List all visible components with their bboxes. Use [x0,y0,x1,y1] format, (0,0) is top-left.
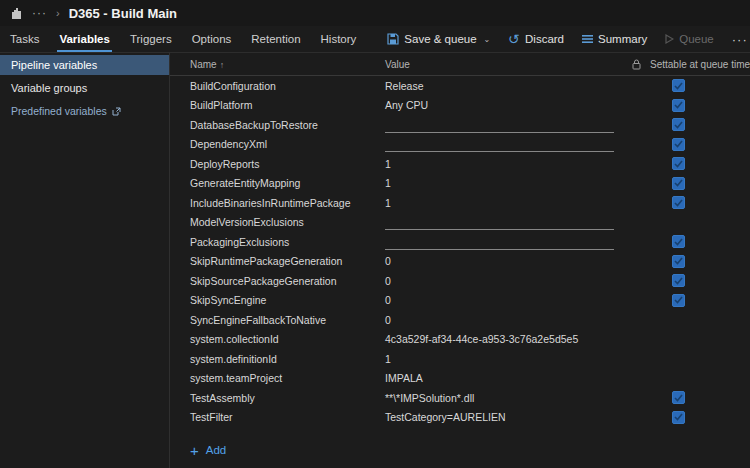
more-icon: ··· [732,32,748,47]
discard-label: Discard [525,33,564,45]
settable-checkbox[interactable] [672,294,685,307]
lock-icon [632,59,641,70]
variable-name: TestFilter [170,411,385,423]
sidebar-item-pipeline-variables[interactable]: Pipeline variables [0,55,169,75]
variable-name: IncludeBinariesInRuntimePackage [170,197,385,209]
settable-cell [650,274,750,287]
save-and-queue-button[interactable]: Save & queue ⌄ [378,33,499,45]
content-area: Pipeline variables Variable groups Prede… [0,53,750,468]
settable-checkbox[interactable] [672,157,685,170]
settable-cell [650,255,750,268]
variable-value[interactable]: 0 [385,291,622,311]
tab-options[interactable]: Options [182,26,242,52]
settable-checkbox[interactable] [672,196,685,209]
queue-label: Queue [679,33,714,45]
variable-value[interactable]: 4c3a529f-af34-44ce-a953-3c76a2e5d5e5 [385,330,622,350]
summary-button[interactable]: Summary [573,33,656,45]
chevron-down-icon[interactable]: ⌄ [484,35,491,44]
settable-cell [650,411,750,424]
variables-panel: Name↑ Value Settable at queue time Build… [170,53,750,468]
predefined-variables-label: Predefined variables [11,105,107,117]
settable-checkbox[interactable] [672,99,685,112]
variable-value[interactable]: 1 [385,154,622,174]
breadcrumb-more-button[interactable]: ··· [32,6,47,20]
variable-value[interactable]: 1 [385,193,622,213]
settable-checkbox[interactable] [672,255,685,268]
tab-triggers[interactable]: Triggers [120,26,182,52]
plus-icon: + [190,445,199,456]
save-icon [387,33,399,45]
tab-tasks[interactable]: Tasks [0,26,49,52]
settable-checkbox[interactable] [672,177,685,190]
variable-value[interactable]: 0 [385,310,622,330]
external-link-icon [112,107,121,116]
variable-name: PackagingExclusions [170,236,385,248]
project-icon[interactable] [10,7,23,20]
table-row: system.collectionId 4c3a529f-af34-44ce-a… [170,330,750,350]
table-row: DatabaseBackupToRestore [170,115,750,135]
column-header-settable: Settable at queue time [650,59,750,70]
page-title: D365 - Build Main [69,6,177,21]
table-row: TestFilter TestCategory=AURELIEN [170,408,750,428]
column-header-name[interactable]: Name↑ [170,59,385,70]
settable-cell [650,138,750,151]
variable-name: system.collectionId [170,333,385,345]
settable-checkbox[interactable] [672,79,685,92]
tab-retention[interactable]: Retention [241,26,310,52]
variable-name: SyncEngineFallbackToNative [170,314,385,326]
settable-cell [650,118,750,131]
variable-value[interactable]: Any CPU [385,96,622,116]
settable-checkbox[interactable] [672,138,685,151]
settable-cell [650,177,750,190]
variable-name: DatabaseBackupToRestore [170,119,385,131]
variable-name: SkipRuntimePackageGeneration [170,255,385,267]
variable-value[interactable] [385,135,622,155]
variable-value[interactable] [385,213,622,233]
variable-value[interactable]: 0 [385,271,622,291]
variable-name: system.definitionId [170,353,385,365]
settable-checkbox[interactable] [672,391,685,404]
variable-value[interactable]: 1 [385,349,622,369]
table-row: IncludeBinariesInRuntimePackage 1 [170,193,750,213]
settable-cell [650,294,750,307]
variable-value[interactable]: IMPALA [385,369,622,389]
variable-value[interactable]: 1 [385,174,622,194]
settable-cell [650,157,750,170]
variable-value[interactable] [385,115,622,135]
variable-name: system.teamProject [170,372,385,384]
table-row: TestAssembly **\*IMPSolution*.dll [170,388,750,408]
column-header-value[interactable]: Value [385,59,622,70]
title-bar: ··· › D365 - Build Main [0,0,750,26]
table-row: SyncEngineFallbackToNative 0 [170,310,750,330]
tab-variables[interactable]: Variables [49,26,120,52]
more-actions-button[interactable]: ··· [723,32,750,47]
table-row: system.definitionId 1 [170,349,750,369]
variable-name: SkipSourcePackageGeneration [170,275,385,287]
sort-ascending-icon: ↑ [220,60,225,70]
sidebar-item-predefined-variables[interactable]: Predefined variables [0,101,169,121]
variable-name: ModelVersionExclusions [170,216,385,228]
settable-checkbox[interactable] [672,411,685,424]
variable-name: DeployReports [170,158,385,170]
queue-button[interactable]: Queue [656,33,723,45]
settable-checkbox[interactable] [672,274,685,287]
tab-history[interactable]: History [311,26,367,52]
variable-value[interactable]: Release [385,76,622,96]
discard-button[interactable]: ↻ Discard [499,33,573,45]
variable-value[interactable]: 0 [385,252,622,272]
settable-checkbox[interactable] [672,118,685,131]
name-header-label: Name [190,59,217,70]
sidebar-item-variable-groups[interactable]: Variable groups [0,78,169,98]
variable-value[interactable] [385,232,622,252]
variable-name: BuildConfiguration [170,80,385,92]
variable-value[interactable]: TestCategory=AURELIEN [385,408,622,428]
settable-checkbox[interactable] [672,235,685,248]
menu-bar: Tasks Variables Triggers Options Retenti… [0,26,750,53]
variable-value[interactable]: **\*IMPSolution*.dll [385,388,622,408]
table-row: SkipRuntimePackageGeneration 0 [170,252,750,272]
settable-cell [650,99,750,112]
add-variable-button[interactable]: + Add [190,444,226,456]
save-and-queue-label: Save & queue [404,33,476,45]
table-row: SkipSourcePackageGeneration 0 [170,271,750,291]
table-row: DeployReports 1 [170,154,750,174]
